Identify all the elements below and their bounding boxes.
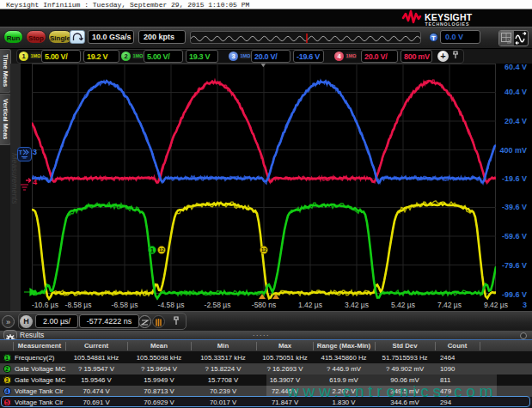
- svg-text:12: 12: [261, 247, 266, 253]
- svg-text:2: 2: [33, 289, 37, 297]
- svg-text:T: T: [19, 149, 23, 156]
- svg-text:KEYSIGHT: KEYSIGHT: [425, 12, 473, 22]
- svg-text:4: 4: [33, 178, 37, 186]
- svg-text:1: 1: [150, 247, 154, 253]
- svg-text:12: 12: [159, 247, 164, 253]
